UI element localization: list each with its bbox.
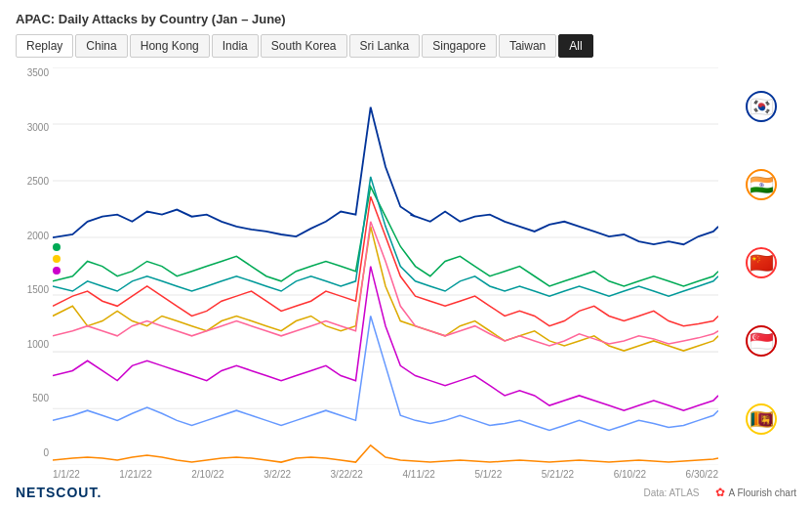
flag-india: 🇮🇳	[746, 169, 777, 200]
flourish-icon: ✿	[715, 486, 725, 499]
flag-icons-container: 🇰🇷 🇮🇳 🇨🇳 🇸🇬 🇱🇰	[726, 67, 796, 458]
flag-south-korea: 🇰🇷	[746, 91, 777, 122]
tab-taiwan[interactable]: Taiwan	[499, 34, 556, 58]
tab-sri-lanka[interactable]: Sri Lanka	[349, 34, 421, 58]
chart-container: APAC: Daily Attacks by Country (Jan – Ju…	[0, 0, 812, 508]
flourish-credit: ✿ A Flourish chart	[715, 486, 796, 499]
x-axis: 1/1/22 1/21/22 2/10/22 3/2/22 3/22/22 4/…	[53, 469, 718, 480]
flag-singapore: 🇸🇬	[746, 325, 777, 357]
flag-sri-lanka: 🇱🇰	[746, 403, 777, 435]
data-source: Data: ATLAS	[643, 487, 699, 498]
line-chart	[53, 67, 718, 465]
tab-replay[interactable]: Replay	[16, 34, 73, 58]
bottom-bar: NETSCOUT. Data: ATLAS ✿ A Flourish chart	[16, 485, 796, 500]
tab-india[interactable]: India	[212, 34, 259, 58]
tab-singapore[interactable]: Singapore	[422, 34, 497, 58]
netscout-logo: NETSCOUT.	[16, 485, 102, 500]
tab-south-korea[interactable]: South Korea	[261, 34, 347, 58]
tab-bar: Replay China Hong Kong India South Korea…	[16, 34, 796, 58]
flag-china: 🇨🇳	[746, 247, 777, 278]
tab-china[interactable]: China	[75, 34, 127, 58]
flourish-label: A Flourish chart	[729, 487, 796, 498]
tab-hong-kong[interactable]: Hong Kong	[130, 34, 210, 58]
tab-all[interactable]: All	[558, 34, 592, 58]
chart-title: APAC: Daily Attacks by Country (Jan – Ju…	[16, 12, 796, 26]
chart-area: 0 500 1000 1500 2000 2500 3000 3500	[16, 67, 796, 458]
y-axis: 0 500 1000 1500 2000 2500 3000 3500	[16, 67, 53, 458]
